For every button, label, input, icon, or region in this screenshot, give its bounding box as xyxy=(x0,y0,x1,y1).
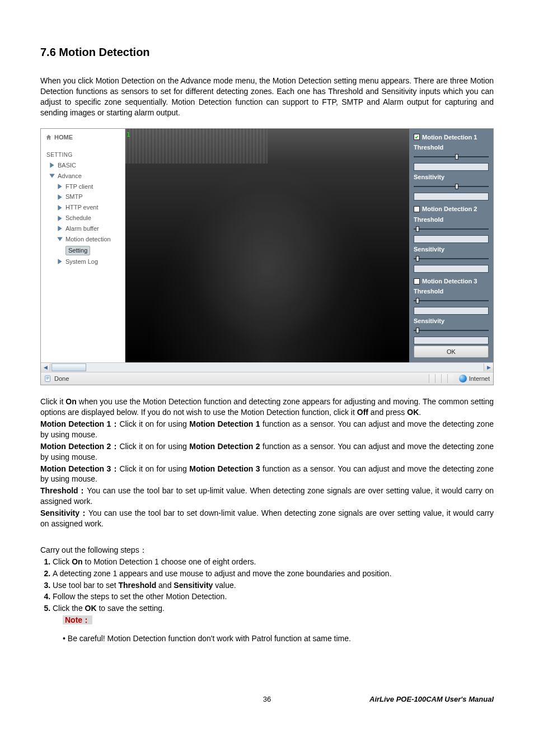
intro-paragraph: When you click Motion Detection on the A… xyxy=(40,76,494,118)
chevron-right-icon xyxy=(57,194,63,200)
sidebar-item-label: Schedule xyxy=(65,214,91,222)
video-placeholder xyxy=(125,129,409,363)
zone-marker: 1 xyxy=(125,131,132,139)
md1-threshold-slider[interactable] xyxy=(414,153,489,160)
sidebar-item-http[interactable]: HTTP event xyxy=(41,202,125,213)
scroll-thumb[interactable] xyxy=(51,363,86,371)
sensitivity-paragraph: Sensitivity：You can use the tool bar to … xyxy=(40,508,494,529)
md3-threshold-value xyxy=(414,307,489,315)
md3-sensitivity-label: Sensitivity xyxy=(414,317,489,325)
md2-paragraph: Motion Detection 2：Click it on for using… xyxy=(40,441,494,463)
sidebar-item-syslog[interactable]: System Log xyxy=(41,256,125,267)
sidebar-item-setting[interactable]: Setting xyxy=(41,245,125,256)
section-heading: 7.6 Motion Detection xyxy=(40,45,494,60)
md2-title: Motion Detection 2 xyxy=(422,205,477,213)
md1-threshold-label: Threshold xyxy=(414,143,489,152)
md1-title: Motion Detection 1 xyxy=(422,133,477,142)
manual-title: AirLive POE-100CAM User's Manual xyxy=(343,694,494,704)
scroll-right-icon[interactable]: ▶ xyxy=(484,363,493,371)
md2-checkbox[interactable] xyxy=(414,206,420,212)
md3-paragraph: Motion Detection 3：Click it on for using… xyxy=(40,464,494,485)
sidebar-item-ftp[interactable]: FTP client xyxy=(41,181,125,192)
step-1: Click On to Motion Detection 1 choose on… xyxy=(53,557,494,568)
note-text: • Be careful! Motion Detection function … xyxy=(40,633,494,644)
home-label: HOME xyxy=(54,133,73,142)
md2-sensitivity-label: Sensitivity xyxy=(414,245,489,254)
sidebar-item-label: Motion detection xyxy=(65,235,111,244)
chevron-right-icon xyxy=(57,204,63,211)
sidebar-item-alarm[interactable]: Alarm buffer xyxy=(41,223,125,234)
sidebar-item-smtp[interactable]: SMTP xyxy=(41,192,125,202)
chevron-right-icon xyxy=(57,183,63,190)
sidebar-item-basic[interactable]: BASIC xyxy=(41,160,125,171)
settings-screenshot: HOME SETTING BASIC Advance FTP client xyxy=(40,128,494,386)
threshold-paragraph: Threshold：You can use the tool bar to se… xyxy=(40,486,494,507)
md1-sensitivity-value xyxy=(414,193,489,200)
md1-checkbox[interactable]: ✔ xyxy=(414,134,420,140)
md1-sensitivity-label: Sensitivity xyxy=(414,173,489,181)
md3-sensitivity-value xyxy=(414,337,489,344)
md3-threshold-slider[interactable] xyxy=(414,297,489,304)
chevron-down-icon xyxy=(57,236,63,242)
steps-list: Click On to Motion Detection 1 choose on… xyxy=(40,557,494,615)
sidebar-item-label: SMTP xyxy=(65,193,83,201)
md2-sensitivity-slider[interactable] xyxy=(414,255,489,262)
sidebar-item-label: Setting xyxy=(65,246,90,255)
md1-sensitivity-slider[interactable] xyxy=(414,183,489,190)
sidebar: HOME SETTING BASIC Advance FTP client xyxy=(41,129,125,363)
chevron-right-icon xyxy=(57,215,63,222)
chevron-down-icon xyxy=(49,172,55,179)
steps-intro: Carry out the following steps： xyxy=(40,545,494,556)
sidebar-section-label: SETTING xyxy=(41,146,125,160)
status-separator xyxy=(429,374,453,383)
sidebar-item-label: FTP client xyxy=(65,183,93,191)
status-done-label: Done xyxy=(54,375,69,383)
md1-threshold-value xyxy=(414,163,489,171)
md3-sensitivity-slider[interactable] xyxy=(414,327,489,334)
sidebar-item-label: Advance xyxy=(58,172,82,180)
post-screenshot-paragraph: Click it On when you use the Motion Dete… xyxy=(40,396,494,418)
sidebar-item-label: BASIC xyxy=(58,161,76,170)
chevron-right-icon xyxy=(57,225,63,232)
horizontal-scrollbar[interactable]: ◀ ▶ xyxy=(41,362,493,372)
chevron-right-icon xyxy=(57,258,63,265)
sidebar-item-label: System Log xyxy=(65,258,98,266)
sidebar-item-label: Alarm buffer xyxy=(65,225,99,233)
md3-threshold-label: Threshold xyxy=(414,287,489,296)
md2-threshold-value xyxy=(414,235,489,243)
md2-threshold-label: Threshold xyxy=(414,216,489,224)
page-done-icon xyxy=(44,375,52,382)
page-number: 36 xyxy=(191,694,343,704)
ok-button[interactable]: OK xyxy=(414,346,489,358)
scroll-left-icon[interactable]: ◀ xyxy=(41,363,50,371)
chevron-right-icon xyxy=(49,162,55,169)
motion-detection-panel: ✔ Motion Detection 1 Threshold Sensitivi… xyxy=(409,129,493,363)
md2-sensitivity-value xyxy=(414,265,489,273)
step-4: Follow the steps to set the other Motion… xyxy=(53,591,494,603)
md3-checkbox[interactable] xyxy=(414,278,420,284)
note-label: Note： xyxy=(40,615,494,626)
sidebar-item-label: HTTP event xyxy=(65,203,99,212)
video-preview[interactable]: 1 xyxy=(125,129,409,363)
home-icon xyxy=(45,134,52,141)
svg-rect-0 xyxy=(45,376,50,382)
step-3: Use tool bar to set Threshold and Sensit… xyxy=(53,580,494,592)
sidebar-item-advance[interactable]: Advance xyxy=(41,171,125,181)
page-footer: 36 AirLive POE-100CAM User's Manual xyxy=(40,694,494,704)
status-bar: Done Internet xyxy=(41,372,493,385)
step-2: A detecting zone 1 appears and use mouse… xyxy=(53,568,494,580)
md2-threshold-slider[interactable] xyxy=(414,226,489,232)
home-link[interactable]: HOME xyxy=(41,132,125,146)
step-5: Click the OK to save the setting. xyxy=(53,603,494,615)
status-zone-label: Internet xyxy=(469,375,490,383)
md3-title: Motion Detection 3 xyxy=(422,277,477,286)
md1-paragraph: Motion Detection 1：Click it on for using… xyxy=(40,419,494,440)
sidebar-item-schedule[interactable]: Schedule xyxy=(41,213,125,223)
sidebar-item-motion[interactable]: Motion detection xyxy=(41,234,125,245)
internet-icon xyxy=(459,375,467,382)
